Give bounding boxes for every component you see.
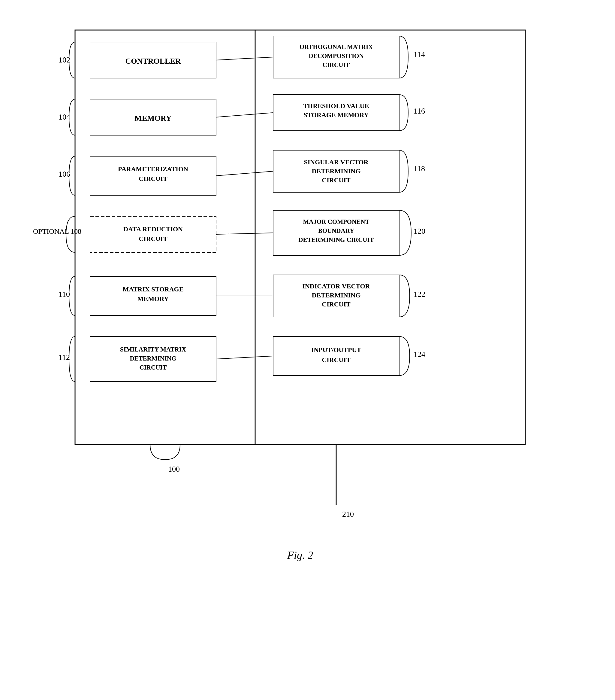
svg-text:110: 110 bbox=[59, 290, 70, 299]
svg-rect-7 bbox=[90, 337, 216, 382]
svg-line-15 bbox=[216, 113, 273, 117]
svg-text:CONTROLLER: CONTROLLER bbox=[126, 57, 181, 65]
svg-text:116: 116 bbox=[414, 107, 425, 115]
svg-text:CIRCUIT: CIRCUIT bbox=[139, 364, 167, 371]
diagram-container: CONTROLLER MEMORY PARAMETERIZATION CIRCU… bbox=[30, 18, 570, 589]
svg-text:SINGULAR VECTOR: SINGULAR VECTOR bbox=[304, 158, 369, 166]
svg-rect-6 bbox=[90, 276, 216, 315]
svg-text:DETERMINING: DETERMINING bbox=[312, 167, 361, 175]
svg-text:102: 102 bbox=[59, 55, 70, 64]
svg-rect-10 bbox=[273, 150, 399, 192]
svg-text:MEMORY: MEMORY bbox=[138, 295, 169, 302]
svg-rect-0 bbox=[75, 30, 525, 445]
svg-line-17 bbox=[216, 233, 273, 234]
svg-text:THRESHOLD VALUE: THRESHOLD VALUE bbox=[304, 102, 369, 110]
svg-rect-9 bbox=[273, 95, 399, 131]
svg-text:INPUT/OUTPUT: INPUT/OUTPUT bbox=[311, 346, 361, 354]
svg-text:124: 124 bbox=[414, 350, 425, 359]
svg-text:CIRCUIT: CIRCUIT bbox=[322, 176, 350, 184]
svg-rect-8 bbox=[273, 36, 399, 78]
svg-rect-12 bbox=[273, 275, 399, 317]
svg-text:CIRCUIT: CIRCUIT bbox=[322, 300, 350, 308]
svg-text:112: 112 bbox=[59, 353, 70, 362]
svg-text:106: 106 bbox=[59, 170, 70, 178]
svg-text:STORAGE MEMORY: STORAGE MEMORY bbox=[304, 111, 369, 119]
svg-text:CIRCUIT: CIRCUIT bbox=[139, 235, 167, 242]
svg-rect-13 bbox=[273, 337, 399, 376]
svg-text:MATRIX STORAGE: MATRIX STORAGE bbox=[123, 285, 184, 293]
svg-rect-4 bbox=[90, 156, 216, 195]
svg-text:210: 210 bbox=[342, 510, 354, 518]
svg-text:118: 118 bbox=[414, 164, 425, 173]
svg-text:CIRCUIT: CIRCUIT bbox=[322, 356, 350, 363]
svg-text:DATA REDUCTION: DATA REDUCTION bbox=[123, 225, 183, 233]
svg-text:104: 104 bbox=[59, 113, 70, 121]
svg-line-16 bbox=[216, 171, 273, 176]
svg-rect-3 bbox=[90, 99, 216, 135]
svg-line-14 bbox=[216, 57, 273, 60]
svg-line-19 bbox=[216, 356, 273, 359]
svg-text:120: 120 bbox=[414, 227, 425, 236]
svg-text:ORTHOGONAL MATRIX: ORTHOGONAL MATRIX bbox=[299, 43, 373, 50]
svg-rect-11 bbox=[273, 210, 399, 255]
svg-text:INDICATOR VECTOR: INDICATOR VECTOR bbox=[302, 283, 370, 290]
svg-text:114: 114 bbox=[414, 50, 425, 59]
svg-text:SIMILARITY MATRIX: SIMILARITY MATRIX bbox=[120, 346, 186, 353]
svg-rect-5 bbox=[90, 216, 216, 252]
svg-text:CIRCUIT: CIRCUIT bbox=[139, 175, 167, 182]
svg-text:OPTIONAL 108: OPTIONAL 108 bbox=[33, 227, 81, 235]
svg-text:BOUNDARY: BOUNDARY bbox=[318, 227, 355, 234]
svg-text:PARAMETERIZATION: PARAMETERIZATION bbox=[118, 165, 188, 173]
svg-text:CIRCUIT: CIRCUIT bbox=[322, 61, 350, 68]
svg-text:DETERMINING CIRCUIT: DETERMINING CIRCUIT bbox=[298, 236, 374, 243]
svg-text:DECOMPOSITION: DECOMPOSITION bbox=[309, 52, 363, 60]
svg-text:100: 100 bbox=[168, 465, 180, 474]
svg-text:MAJOR COMPONENT: MAJOR COMPONENT bbox=[303, 218, 369, 225]
svg-rect-2 bbox=[90, 42, 216, 78]
svg-text:122: 122 bbox=[414, 290, 425, 299]
svg-text:Fig. 2: Fig. 2 bbox=[287, 549, 313, 561]
svg-text:DETERMINING: DETERMINING bbox=[130, 355, 176, 362]
svg-text:DETERMINING: DETERMINING bbox=[312, 291, 361, 299]
svg-text:MEMORY: MEMORY bbox=[134, 114, 172, 123]
